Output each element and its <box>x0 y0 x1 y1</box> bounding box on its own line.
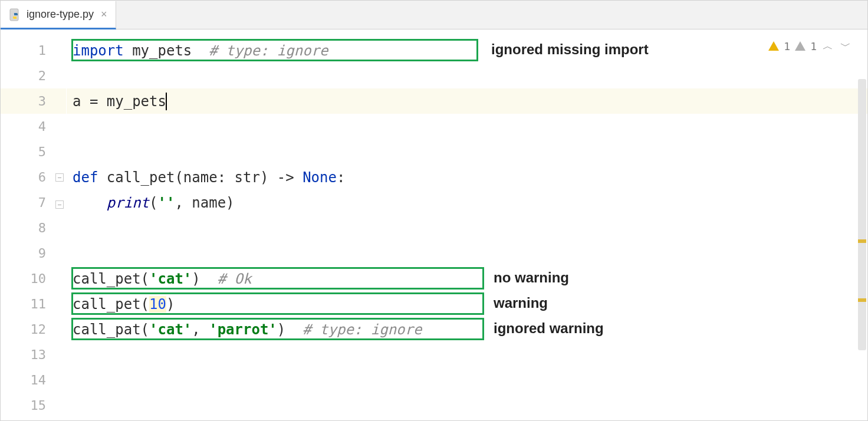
code-line[interactable] <box>67 393 867 418</box>
annotation-label: ignored warning <box>494 320 604 337</box>
gutter: 1 2 3 4 5 6– 7– 8 9 10 11 12 13 14 15 <box>1 29 67 420</box>
code-line[interactable] <box>67 367 867 393</box>
annotation-label: warning <box>494 295 548 311</box>
code-line[interactable] <box>67 215 867 241</box>
fold-start-icon[interactable]: – <box>55 173 64 182</box>
code-line[interactable]: call_pet('cat') # Ok no warning <box>67 266 867 291</box>
close-icon[interactable]: × <box>101 8 107 21</box>
annotation-label: no warning <box>494 269 569 286</box>
code-line[interactable]: import my_pets # type: ignore ignored mi… <box>67 38 867 63</box>
line-number[interactable]: 5 <box>1 139 66 165</box>
error-stripe-mark[interactable] <box>858 239 866 243</box>
line-number[interactable]: 3 <box>1 88 66 114</box>
code-line[interactable]: def call_pet(name: str) -> None: <box>67 165 867 190</box>
file-tab[interactable]: ignore-type.py × <box>1 1 116 29</box>
line-number[interactable]: 15 <box>1 393 66 418</box>
annotation-label: ignored missing import <box>491 41 649 58</box>
line-number[interactable]: 9 <box>1 241 66 266</box>
code-line[interactable] <box>67 139 867 165</box>
text-caret <box>166 93 167 110</box>
scrollbar[interactable] <box>858 61 866 415</box>
code-line[interactable] <box>67 342 867 367</box>
code-line[interactable] <box>67 63 867 88</box>
line-number[interactable]: 7– <box>1 190 66 215</box>
editor: 1 2 3 4 5 6– 7– 8 9 10 11 12 13 14 15 1 … <box>1 29 867 420</box>
file-tab-label: ignore-type.py <box>27 8 94 21</box>
code-line[interactable]: a = my_pets <box>67 88 867 114</box>
line-number[interactable]: 14 <box>1 367 66 393</box>
code-line[interactable] <box>67 114 867 139</box>
editor-tab-bar: ignore-type.py × <box>1 1 867 29</box>
fold-end-icon[interactable]: – <box>55 200 64 209</box>
line-number[interactable]: 13 <box>1 342 66 367</box>
code-line[interactable]: call_pat('cat', 'parrot') # type: ignore… <box>67 317 867 342</box>
line-number[interactable]: 10 <box>1 266 66 291</box>
line-number[interactable]: 12 <box>1 317 66 342</box>
code-line[interactable]: print('', name) <box>67 190 867 215</box>
error-stripe-mark[interactable] <box>858 298 866 302</box>
code-area[interactable]: 1 1 ︿ ﹀ import my_pets # type: ignore ig… <box>67 29 867 420</box>
code-line[interactable] <box>67 241 867 266</box>
line-number[interactable]: 11 <box>1 291 66 317</box>
scroll-thumb[interactable] <box>858 79 866 350</box>
python-file-icon <box>9 8 22 21</box>
line-number[interactable]: 4 <box>1 114 66 139</box>
line-number[interactable]: 8 <box>1 215 66 241</box>
line-number[interactable]: 2 <box>1 63 66 88</box>
code-line[interactable]: call_pet(10) warning <box>67 291 867 317</box>
line-number[interactable]: 6– <box>1 165 66 190</box>
line-number[interactable]: 1 <box>1 38 66 63</box>
